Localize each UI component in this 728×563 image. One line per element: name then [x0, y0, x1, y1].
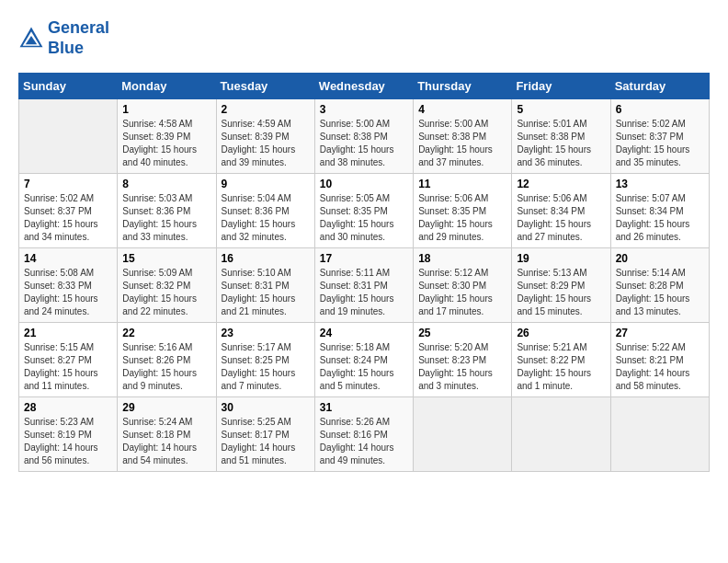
day-cell: 12Sunrise: 5:06 AMSunset: 8:34 PMDayligh…	[512, 174, 610, 248]
column-header-monday: Monday	[118, 74, 216, 99]
day-info: Sunrise: 5:02 AMSunset: 8:37 PMDaylight:…	[24, 192, 112, 244]
day-number: 23	[222, 327, 310, 339]
page-header: General Blue	[18, 18, 710, 58]
day-cell: 31Sunrise: 5:26 AMSunset: 8:16 PMDayligh…	[314, 397, 413, 472]
day-info: Sunrise: 5:10 AMSunset: 8:31 PMDaylight:…	[222, 267, 310, 318]
day-info: Sunrise: 5:07 AMSunset: 8:34 PMDaylight:…	[616, 192, 704, 244]
column-header-thursday: Thursday	[414, 74, 512, 99]
day-number: 12	[517, 178, 605, 190]
day-info: Sunrise: 5:23 AMSunset: 8:19 PMDaylight:…	[24, 416, 112, 467]
day-number: 1	[122, 103, 210, 116]
column-header-wednesday: Wednesday	[314, 74, 413, 99]
day-cell: 10Sunrise: 5:05 AMSunset: 8:35 PMDayligh…	[314, 174, 413, 248]
day-number: 9	[222, 178, 310, 190]
day-cell: 14Sunrise: 5:08 AMSunset: 8:33 PMDayligh…	[19, 248, 118, 323]
day-info: Sunrise: 5:12 AMSunset: 8:30 PMDaylight:…	[418, 267, 506, 318]
day-cell	[414, 397, 512, 472]
day-info: Sunrise: 5:20 AMSunset: 8:23 PMDaylight:…	[418, 341, 506, 393]
day-number: 18	[418, 252, 506, 265]
day-cell	[512, 397, 610, 472]
day-info: Sunrise: 5:01 AMSunset: 8:38 PMDaylight:…	[517, 118, 605, 169]
day-info: Sunrise: 5:02 AMSunset: 8:37 PMDaylight:…	[616, 118, 704, 169]
day-number: 25	[418, 327, 506, 339]
day-info: Sunrise: 5:18 AMSunset: 8:24 PMDaylight:…	[320, 341, 408, 393]
day-info: Sunrise: 5:08 AMSunset: 8:33 PMDaylight:…	[24, 267, 112, 318]
day-cell: 8Sunrise: 5:03 AMSunset: 8:36 PMDaylight…	[118, 174, 216, 248]
day-cell: 6Sunrise: 5:02 AMSunset: 8:37 PMDaylight…	[610, 99, 709, 174]
day-info: Sunrise: 5:15 AMSunset: 8:27 PMDaylight:…	[24, 341, 112, 393]
day-number: 13	[616, 178, 704, 190]
day-number: 31	[320, 401, 408, 414]
day-cell	[19, 99, 118, 174]
day-number: 26	[517, 327, 605, 339]
logo-text: General Blue	[48, 18, 109, 58]
day-cell	[610, 397, 709, 472]
day-number: 30	[222, 401, 310, 414]
day-number: 6	[616, 103, 704, 116]
week-row-3: 14Sunrise: 5:08 AMSunset: 8:33 PMDayligh…	[19, 248, 710, 323]
column-header-saturday: Saturday	[610, 74, 709, 99]
day-info: Sunrise: 5:09 AMSunset: 8:32 PMDaylight:…	[122, 267, 210, 318]
day-number: 5	[517, 103, 605, 116]
day-cell: 11Sunrise: 5:06 AMSunset: 8:35 PMDayligh…	[414, 174, 512, 248]
day-info: Sunrise: 5:14 AMSunset: 8:28 PMDaylight:…	[616, 267, 704, 318]
day-number: 22	[122, 327, 210, 339]
day-cell: 19Sunrise: 5:13 AMSunset: 8:29 PMDayligh…	[512, 248, 610, 323]
day-cell: 30Sunrise: 5:25 AMSunset: 8:17 PMDayligh…	[216, 397, 314, 472]
day-number: 19	[517, 252, 605, 265]
day-info: Sunrise: 5:22 AMSunset: 8:21 PMDaylight:…	[616, 341, 704, 393]
calendar-table: SundayMondayTuesdayWednesdayThursdayFrid…	[18, 73, 710, 472]
week-row-2: 7Sunrise: 5:02 AMSunset: 8:37 PMDaylight…	[19, 174, 710, 248]
day-info: Sunrise: 5:04 AMSunset: 8:36 PMDaylight:…	[222, 192, 310, 244]
day-number: 20	[616, 252, 704, 265]
day-cell: 5Sunrise: 5:01 AMSunset: 8:38 PMDaylight…	[512, 99, 610, 174]
day-info: Sunrise: 5:26 AMSunset: 8:16 PMDaylight:…	[320, 416, 408, 467]
column-header-sunday: Sunday	[19, 74, 118, 99]
day-number: 7	[24, 178, 112, 190]
column-header-tuesday: Tuesday	[216, 74, 314, 99]
day-cell: 9Sunrise: 5:04 AMSunset: 8:36 PMDaylight…	[216, 174, 314, 248]
day-cell: 26Sunrise: 5:21 AMSunset: 8:22 PMDayligh…	[512, 323, 610, 397]
day-info: Sunrise: 5:05 AMSunset: 8:35 PMDaylight:…	[320, 192, 408, 244]
logo: General Blue	[18, 18, 109, 58]
day-cell: 24Sunrise: 5:18 AMSunset: 8:24 PMDayligh…	[314, 323, 413, 397]
day-cell: 4Sunrise: 5:00 AMSunset: 8:38 PMDaylight…	[414, 99, 512, 174]
day-number: 29	[122, 401, 210, 414]
day-cell: 16Sunrise: 5:10 AMSunset: 8:31 PMDayligh…	[216, 248, 314, 323]
day-info: Sunrise: 5:21 AMSunset: 8:22 PMDaylight:…	[517, 341, 605, 393]
column-header-friday: Friday	[512, 74, 610, 99]
day-info: Sunrise: 5:13 AMSunset: 8:29 PMDaylight:…	[517, 267, 605, 318]
day-cell: 28Sunrise: 5:23 AMSunset: 8:19 PMDayligh…	[19, 397, 118, 472]
day-info: Sunrise: 5:00 AMSunset: 8:38 PMDaylight:…	[418, 118, 506, 169]
day-cell: 21Sunrise: 5:15 AMSunset: 8:27 PMDayligh…	[19, 323, 118, 397]
day-number: 21	[24, 327, 112, 339]
day-cell: 23Sunrise: 5:17 AMSunset: 8:25 PMDayligh…	[216, 323, 314, 397]
day-cell: 3Sunrise: 5:00 AMSunset: 8:38 PMDaylight…	[314, 99, 413, 174]
day-cell: 1Sunrise: 4:58 AMSunset: 8:39 PMDaylight…	[118, 99, 216, 174]
day-number: 24	[320, 327, 408, 339]
day-number: 16	[222, 252, 310, 265]
day-info: Sunrise: 4:59 AMSunset: 8:39 PMDaylight:…	[222, 118, 310, 169]
day-info: Sunrise: 5:17 AMSunset: 8:25 PMDaylight:…	[222, 341, 310, 393]
week-row-5: 28Sunrise: 5:23 AMSunset: 8:19 PMDayligh…	[19, 397, 710, 472]
logo-icon	[18, 26, 44, 52]
calendar-header-row: SundayMondayTuesdayWednesdayThursdayFrid…	[19, 74, 710, 99]
day-number: 3	[320, 103, 408, 116]
day-info: Sunrise: 5:00 AMSunset: 8:38 PMDaylight:…	[320, 118, 408, 169]
day-number: 8	[122, 178, 210, 190]
day-number: 27	[616, 327, 704, 339]
day-cell: 17Sunrise: 5:11 AMSunset: 8:31 PMDayligh…	[314, 248, 413, 323]
day-info: Sunrise: 5:16 AMSunset: 8:26 PMDaylight:…	[122, 341, 210, 393]
day-number: 10	[320, 178, 408, 190]
day-number: 11	[418, 178, 506, 190]
day-info: Sunrise: 5:06 AMSunset: 8:34 PMDaylight:…	[517, 192, 605, 244]
day-number: 28	[24, 401, 112, 414]
day-cell: 29Sunrise: 5:24 AMSunset: 8:18 PMDayligh…	[118, 397, 216, 472]
day-cell: 20Sunrise: 5:14 AMSunset: 8:28 PMDayligh…	[610, 248, 709, 323]
day-cell: 2Sunrise: 4:59 AMSunset: 8:39 PMDaylight…	[216, 99, 314, 174]
day-info: Sunrise: 4:58 AMSunset: 8:39 PMDaylight:…	[122, 118, 210, 169]
day-cell: 7Sunrise: 5:02 AMSunset: 8:37 PMDaylight…	[19, 174, 118, 248]
day-info: Sunrise: 5:11 AMSunset: 8:31 PMDaylight:…	[320, 267, 408, 318]
day-info: Sunrise: 5:25 AMSunset: 8:17 PMDaylight:…	[222, 416, 310, 467]
day-cell: 18Sunrise: 5:12 AMSunset: 8:30 PMDayligh…	[414, 248, 512, 323]
